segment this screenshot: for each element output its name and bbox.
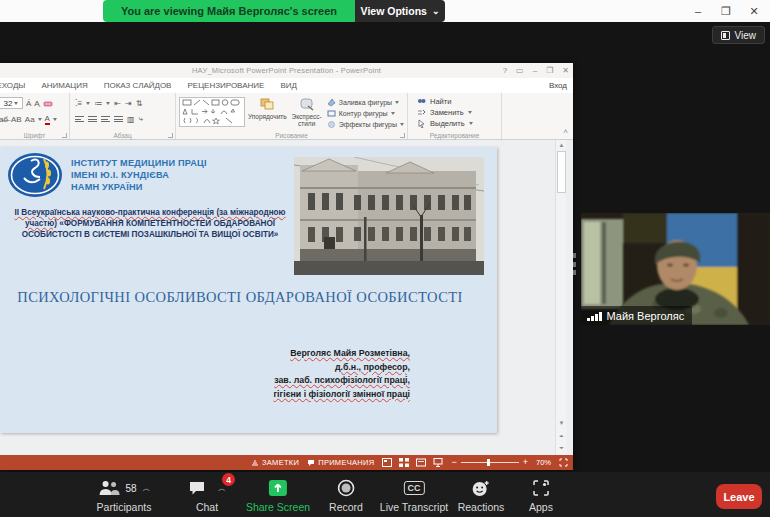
video-panel-drag-handle[interactable] bbox=[573, 253, 577, 275]
ribbon-options-icon[interactable]: ▭ bbox=[516, 66, 524, 75]
slideshow-view-icon[interactable] bbox=[433, 458, 443, 467]
close-button[interactable]: ✕ bbox=[740, 0, 768, 22]
quick-styles-button[interactable]: Экспресс-стили bbox=[290, 95, 324, 130]
shapes-gallery[interactable] bbox=[179, 97, 245, 127]
record-icon bbox=[337, 479, 355, 497]
select-button[interactable]: Выделить bbox=[411, 119, 498, 128]
line-spacing-button[interactable]: ⇅ bbox=[136, 99, 143, 108]
dropdown-icon bbox=[469, 122, 473, 125]
dialog-launcher-icon[interactable] bbox=[400, 133, 405, 138]
view-options-button[interactable]: View Options ⌄ bbox=[355, 0, 445, 22]
change-case-button[interactable]: Аа bbox=[25, 115, 35, 124]
align-right-button[interactable] bbox=[101, 115, 110, 124]
quick-styles-icon bbox=[299, 97, 315, 111]
align-left-button[interactable] bbox=[75, 115, 84, 124]
increase-indent-button[interactable]: ⇥ bbox=[125, 99, 132, 108]
numbering-button[interactable]: ≔ bbox=[94, 99, 102, 108]
ppt-minimize-button[interactable]: – bbox=[533, 66, 537, 75]
share-screen-button[interactable]: Share Screen bbox=[246, 477, 310, 513]
font-size-combo[interactable]: 32 bbox=[0, 97, 23, 109]
signin-link[interactable]: Вход bbox=[549, 81, 567, 90]
conference-text-part2: «ФОРМУВАННЯ КОМПЕТЕНТНОСТЕЙ ОБДАРОВАНОЇ … bbox=[22, 219, 279, 239]
viewing-screen-banner: You are viewing Майя Верголяс's screen bbox=[103, 0, 355, 22]
slide-sorter-icon[interactable] bbox=[399, 458, 409, 467]
fill-bucket-icon bbox=[327, 98, 336, 107]
ppt-close-button[interactable]: ✕ bbox=[562, 66, 569, 75]
normal-view-icon[interactable] bbox=[382, 458, 392, 467]
help-icon[interactable]: ? bbox=[503, 66, 507, 75]
tab-view[interactable]: ВИД bbox=[272, 81, 305, 90]
dialog-launcher-icon[interactable] bbox=[62, 133, 67, 138]
columns-button[interactable]: ▥ bbox=[127, 115, 135, 124]
zoom-in-button[interactable]: + bbox=[523, 458, 528, 467]
previous-slide-icon[interactable]: ⏶ bbox=[557, 432, 566, 441]
record-button[interactable]: Record bbox=[329, 477, 363, 513]
comments-toggle[interactable]: ПРИМЕЧАНИЯ bbox=[307, 458, 374, 467]
zoom-level[interactable]: 70% bbox=[536, 458, 551, 467]
outline-pencil-icon bbox=[327, 109, 336, 118]
minimize-button[interactable]: – bbox=[684, 0, 712, 22]
fit-to-window-icon[interactable] bbox=[559, 458, 568, 467]
reactions-button[interactable]: Reactions bbox=[458, 477, 505, 513]
tab-slideshow[interactable]: ПОКАЗ СЛАЙДОВ bbox=[96, 81, 180, 90]
zoom-slider[interactable] bbox=[461, 462, 519, 463]
notes-toggle[interactable]: ЗАМЕТКИ bbox=[251, 458, 299, 467]
leave-button[interactable]: Leave bbox=[716, 484, 762, 509]
next-slide-icon[interactable]: ⏷ bbox=[557, 444, 566, 453]
leave-label: Leave bbox=[723, 491, 754, 503]
vertical-scrollbar[interactable]: ▲ ▼ ⏶ ⏷ bbox=[555, 140, 566, 455]
scroll-down-icon[interactable]: ▼ bbox=[557, 419, 566, 428]
ribbon-group-paragraph: ⁚≡ ≔ ⇤ ⇥ ⇅ ▥ ⤷ Абзац bbox=[70, 93, 176, 139]
participants-count: 58 bbox=[125, 483, 136, 494]
shape-format-column: Заливка фигуры Контур фигуры Эффекты фиг… bbox=[327, 95, 404, 130]
institute-name-line2: ІМЕНІ Ю.І. КУНДІЄВА bbox=[71, 169, 207, 181]
live-transcript-button[interactable]: CC Live Transcript bbox=[380, 477, 448, 513]
slide-canvas[interactable]: ІНСТИТУТ МЕДИЦИНИ ПРАЦІ ІМЕНІ Ю.І. КУНДІ… bbox=[0, 147, 497, 433]
ppt-restore-button[interactable]: ❐ bbox=[546, 66, 553, 75]
banner-text: You are viewing Майя Верголяс's screen bbox=[121, 5, 337, 17]
bullets-button[interactable]: ⁚≡ bbox=[75, 99, 82, 108]
chat-icon bbox=[188, 480, 206, 496]
find-button[interactable]: Найти bbox=[411, 97, 498, 106]
apps-button[interactable]: Apps bbox=[529, 477, 553, 513]
font-size-value: 32 bbox=[4, 99, 13, 108]
group-label-drawing: Рисование bbox=[176, 132, 407, 139]
reading-view-icon[interactable] bbox=[416, 458, 426, 467]
grow-font-button[interactable]: А́ bbox=[26, 99, 31, 108]
text-direction-button[interactable]: ⤷ bbox=[139, 114, 143, 124]
select-cursor-icon bbox=[417, 119, 426, 128]
zoom-out-button[interactable]: − bbox=[451, 458, 456, 467]
tab-animation[interactable]: АНИМАЦИЯ bbox=[33, 81, 95, 90]
shape-outline-button[interactable]: Контур фигуры bbox=[327, 109, 404, 118]
shape-effects-button[interactable]: Эффекты фигуры bbox=[327, 120, 404, 129]
replace-button[interactable]: Заменить bbox=[411, 108, 498, 117]
author-line3: зав. лаб. психофізіології праці, bbox=[274, 375, 410, 385]
char-spacing-button[interactable]: АВ bbox=[11, 115, 22, 124]
collapse-ribbon-icon[interactable]: ˄ bbox=[563, 127, 568, 136]
arrange-button[interactable]: Упорядочить bbox=[248, 95, 287, 130]
strikethrough-button[interactable]: а̶б̶ bbox=[0, 115, 8, 124]
participants-button[interactable]: 58 ︿ Participants bbox=[97, 477, 152, 513]
clear-format-icon[interactable] bbox=[43, 98, 53, 108]
justify-button[interactable] bbox=[114, 115, 123, 124]
shape-fill-button[interactable]: Заливка фигуры bbox=[327, 98, 404, 107]
scrollbar-thumb[interactable] bbox=[557, 151, 566, 193]
tab-review[interactable]: РЕЦЕНЗИРОВАНИЕ bbox=[179, 81, 272, 90]
scroll-up-icon[interactable]: ▲ bbox=[557, 141, 566, 150]
font-color-button[interactable]: А bbox=[45, 114, 50, 125]
chat-button[interactable]: 4 ︿ Chat bbox=[188, 477, 226, 513]
view-switcher bbox=[382, 458, 443, 467]
shrink-font-button[interactable]: А̗ bbox=[34, 99, 39, 108]
tab-transitions[interactable]: ПЕРЕХОДЫ bbox=[0, 81, 33, 90]
participant-video-tile[interactable]: Майя Верголяс bbox=[581, 213, 770, 325]
chevron-up-icon[interactable]: ︿ bbox=[143, 483, 151, 494]
dialog-launcher-icon[interactable] bbox=[168, 133, 173, 138]
align-center-button[interactable] bbox=[88, 115, 97, 124]
zoom-slider-thumb[interactable] bbox=[487, 459, 490, 466]
reactions-smiley-icon bbox=[471, 479, 491, 497]
view-button-label: View bbox=[735, 30, 757, 41]
record-label: Record bbox=[329, 501, 363, 513]
decrease-indent-button[interactable]: ⇤ bbox=[114, 99, 121, 108]
view-layout-button[interactable]: View bbox=[712, 26, 766, 44]
restore-button[interactable]: ❐ bbox=[712, 0, 740, 22]
